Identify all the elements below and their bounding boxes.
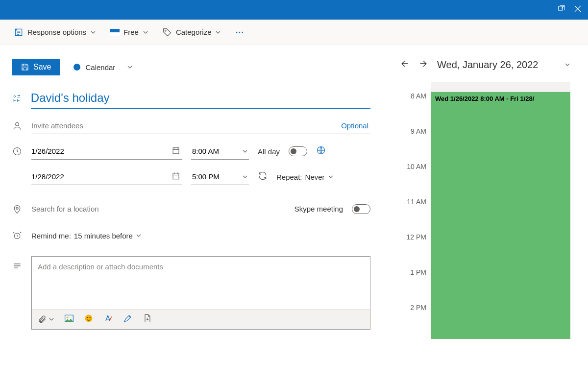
- window-titlebar: [0, 0, 588, 20]
- next-day-button[interactable]: [418, 59, 428, 71]
- all-day-label: All day: [258, 147, 280, 156]
- svg-point-10: [16, 122, 19, 126]
- response-options-button[interactable]: Response options: [14, 27, 96, 37]
- repeat-value: Never: [305, 173, 325, 181]
- ink-icon[interactable]: [123, 313, 133, 325]
- save-button[interactable]: Save: [12, 59, 60, 75]
- svg-rect-12: [173, 148, 179, 154]
- svg-point-9: [14, 95, 16, 97]
- prev-day-button[interactable]: [400, 59, 410, 71]
- svg-point-21: [89, 317, 90, 318]
- calendar-color-dot: [74, 64, 80, 71]
- svg-point-20: [87, 317, 88, 318]
- optional-attendees-link[interactable]: Optional: [341, 121, 368, 130]
- hour-label: 2 PM: [400, 304, 431, 311]
- save-button-label: Save: [33, 63, 51, 71]
- svg-point-19: [85, 315, 93, 322]
- hour-grid: 8 AM 9 AM 10 AM 11 AM 12 PM 1 PM: [400, 92, 570, 339]
- svg-point-5: [165, 30, 166, 31]
- svg-point-6: [236, 31, 238, 33]
- end-time-value: 5:00 PM: [192, 172, 220, 181]
- attendees-input[interactable]: [31, 118, 370, 134]
- emoji-icon[interactable]: [84, 313, 94, 325]
- svg-rect-4: [110, 32, 120, 36]
- hour-label: 9 AM: [400, 127, 431, 135]
- reminder-icon: [12, 231, 23, 240]
- description-editor[interactable]: Add a description or attach documents: [31, 256, 370, 330]
- calendar-icon[interactable]: [172, 171, 180, 182]
- main-content: Save Calendar Optional: [0, 45, 588, 381]
- timezone-icon[interactable]: [316, 145, 326, 157]
- popout-icon[interactable]: [557, 4, 565, 15]
- location-icon: [12, 204, 23, 214]
- ribbon-toolbar: Response options Free Categorize: [0, 20, 588, 45]
- svg-point-8: [242, 31, 244, 33]
- reminder-dropdown[interactable]: Remind me: 15 minutes before: [31, 232, 142, 240]
- description-icon: [12, 256, 23, 271]
- date-picker-dropdown[interactable]: [564, 62, 570, 68]
- insert-picture-icon[interactable]: [64, 314, 74, 325]
- clock-icon: [12, 146, 23, 156]
- location-input[interactable]: [31, 201, 286, 217]
- charm-icon[interactable]: [12, 94, 22, 103]
- calendar-icon[interactable]: [172, 146, 180, 157]
- start-time-dropdown[interactable]: 8:00 AM: [191, 143, 249, 160]
- skype-meeting-toggle[interactable]: [352, 204, 370, 214]
- people-icon: [12, 121, 23, 131]
- svg-point-15: [16, 207, 18, 209]
- recurrence-icon[interactable]: [258, 171, 268, 183]
- all-day-strip: [400, 82, 570, 92]
- svg-rect-14: [173, 173, 179, 179]
- categorize-button[interactable]: Categorize: [162, 27, 221, 37]
- all-day-toggle[interactable]: [289, 146, 307, 156]
- attach-icon[interactable]: [38, 315, 54, 324]
- end-time-dropdown[interactable]: 5:00 PM: [191, 168, 249, 185]
- repeat-label: Repeat:: [276, 173, 302, 181]
- svg-point-2: [16, 29, 17, 30]
- editor-toolbar: [32, 309, 370, 329]
- calendar-picker[interactable]: Calendar: [74, 63, 133, 71]
- event-preview-label: Wed 1/26/2022 8:00 AM - Fri 1/28/: [435, 95, 534, 102]
- repeat-dropdown[interactable]: Repeat: Never: [276, 173, 334, 181]
- close-icon[interactable]: [573, 4, 582, 15]
- categorize-label: Categorize: [176, 28, 212, 36]
- schedule-pane: Wed, January 26, 2022 8 AM 9 AM 10 AM 11…: [382, 45, 588, 381]
- schedule-date-header: Wed, January 26, 2022: [437, 59, 538, 71]
- hour-label: 10 AM: [400, 163, 431, 170]
- reminder-label: Remind me:: [31, 232, 71, 240]
- font-format-icon[interactable]: [103, 313, 113, 325]
- reminder-value: 15 minutes before: [74, 232, 133, 240]
- svg-point-7: [239, 31, 241, 33]
- show-as-button[interactable]: Free: [110, 28, 148, 36]
- hour-label: 1 PM: [400, 268, 431, 276]
- description-placeholder[interactable]: Add a description or attach documents: [32, 257, 370, 309]
- skype-meeting-label: Skype meeting: [294, 205, 343, 213]
- more-options-button[interactable]: [235, 27, 245, 37]
- event-form: Save Calendar Optional: [0, 45, 382, 381]
- start-time-value: 8:00 AM: [192, 147, 219, 155]
- start-date-input[interactable]: [31, 143, 182, 160]
- show-as-label: Free: [123, 28, 139, 36]
- calendar-name: Calendar: [85, 63, 115, 71]
- end-date-input[interactable]: [31, 168, 182, 185]
- hour-label: 8 AM: [400, 92, 431, 100]
- event-preview-block[interactable]: Wed 1/26/2022 8:00 AM - Fri 1/28/: [431, 92, 570, 339]
- response-options-label: Response options: [27, 28, 86, 36]
- hour-label: 11 AM: [400, 198, 431, 206]
- event-title-input[interactable]: [31, 88, 370, 109]
- hour-label: 12 PM: [400, 233, 431, 241]
- svg-point-18: [67, 317, 68, 318]
- insert-file-icon[interactable]: [143, 313, 152, 325]
